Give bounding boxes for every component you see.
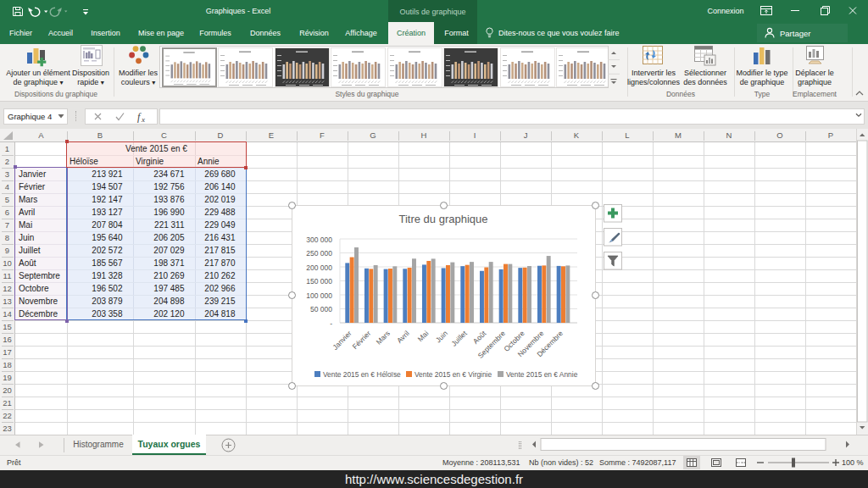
svg-text:Vente 2015 en € Virginie: Vente 2015 en € Virginie bbox=[415, 370, 492, 379]
svg-text:Mars: Mars bbox=[375, 329, 392, 346]
svg-text:250 000: 250 000 bbox=[306, 249, 332, 258]
svg-text:Février: Février bbox=[351, 329, 373, 351]
svg-text:Avril: Avril bbox=[395, 329, 411, 345]
svg-text:Août: Août bbox=[471, 329, 488, 346]
svg-text:Juin: Juin bbox=[434, 329, 449, 344]
svg-text:Juillet: Juillet bbox=[449, 329, 469, 348]
svg-text:Vente 2015 en € Héloïse: Vente 2015 en € Héloïse bbox=[323, 370, 401, 379]
svg-text:Janvier: Janvier bbox=[331, 329, 353, 352]
svg-text:Titre du graphique: Titre du graphique bbox=[398, 213, 487, 225]
svg-text:Mai: Mai bbox=[416, 329, 431, 343]
svg-text:150 000: 150 000 bbox=[306, 277, 332, 286]
svg-text:Vente 2015 en € Annie: Vente 2015 en € Annie bbox=[506, 370, 578, 379]
svg-text:-: - bbox=[330, 319, 332, 328]
svg-text:x: x bbox=[141, 115, 145, 124]
svg-text:200 000: 200 000 bbox=[306, 263, 332, 272]
svg-text:50 000: 50 000 bbox=[310, 305, 332, 313]
svg-text:300 000: 300 000 bbox=[306, 236, 332, 244]
svg-text:100 000: 100 000 bbox=[306, 291, 332, 300]
